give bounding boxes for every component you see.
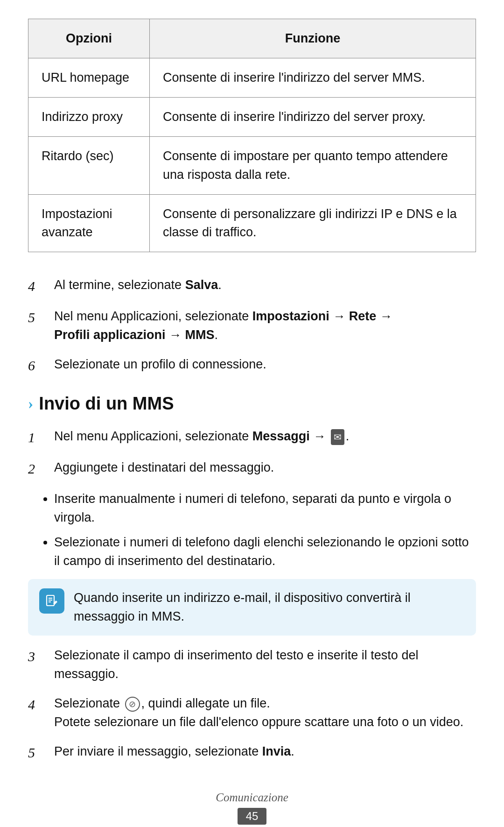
step-number-5: 5 <box>28 307 50 328</box>
step-text-mms-3: Selezionate il campo di inserimento del … <box>54 646 476 684</box>
step-mms-4: 4 Selezionate ⊘, quindi allegate un file… <box>28 694 476 732</box>
chevron-icon: › <box>28 395 33 412</box>
table-row: Indirizzo proxy Consente di inserire l'i… <box>28 98 476 137</box>
option-impostazioni: Impostazioni avanzate <box>28 194 150 252</box>
step-number-4: 4 <box>28 276 50 297</box>
table-header-opzioni: Opzioni <box>28 19 150 58</box>
table-header-funzione: Funzione <box>150 19 476 58</box>
function-indirizzo-proxy: Consente di inserire l'indirizzo del ser… <box>150 98 476 137</box>
table-row: URL homepage Consente di inserire l'indi… <box>28 58 476 98</box>
step-mms-5: 5 Per inviare il messaggio, selezionate … <box>28 742 476 763</box>
options-table: Opzioni Funzione URL homepage Consente d… <box>28 19 476 252</box>
option-ritardo: Ritardo (sec) <box>28 137 150 194</box>
footer: Comunicazione 45 <box>28 791 476 825</box>
step-5: 5 Nel menu Applicazioni, selezionate Imp… <box>28 307 476 345</box>
option-indirizzo-proxy: Indirizzo proxy <box>28 98 150 137</box>
note-box: Quando inserite un indirizzo e-mail, il … <box>28 579 476 636</box>
bullet-item-1: Inserite manualmente i numeri di telefon… <box>54 489 476 527</box>
step-number-6: 6 <box>28 355 50 376</box>
section-heading-mms: › Invio di un MMS <box>28 394 476 414</box>
step-text-6: Selezionate un profilo di connessione. <box>54 355 476 374</box>
note-icon <box>39 588 64 614</box>
step-text-mms-1: Nel menu Applicazioni, selezionate Messa… <box>54 427 476 446</box>
step-6: 6 Selezionate un profilo di connessione. <box>28 355 476 376</box>
step-mms-2: 2 Aggiungete i destinatari del messaggio… <box>28 458 476 479</box>
step-number-mms-3: 3 <box>28 646 50 667</box>
note-text: Quando inserite un indirizzo e-mail, il … <box>74 588 465 626</box>
step-4: 4 Al termine, selezionate Salva. <box>28 276 476 297</box>
step-number-mms-5: 5 <box>28 742 50 763</box>
step-text-mms-2: Aggiungete i destinatari del messaggio. <box>54 458 476 477</box>
step-mms-1: 1 Nel menu Applicazioni, selezionate Mes… <box>28 427 476 448</box>
option-url-homepage: URL homepage <box>28 58 150 98</box>
function-ritardo: Consente di impostare per quanto tempo a… <box>150 137 476 194</box>
function-url-homepage: Consente di inserire l'indirizzo del ser… <box>150 58 476 98</box>
function-impostazioni: Consente di personalizzare gli indirizzi… <box>150 194 476 252</box>
footer-label: Comunicazione <box>28 791 476 804</box>
step-number-mms-2: 2 <box>28 458 50 479</box>
step-text-5: Nel menu Applicazioni, selezionate Impos… <box>54 307 476 345</box>
bullet-list: Inserite manualmente i numeri di telefon… <box>54 489 476 571</box>
steps-mms: 1 Nel menu Applicazioni, selezionate Mes… <box>28 427 476 479</box>
bullet-item-2: Selezionate i numeri di telefono dagli e… <box>54 533 476 571</box>
attach-icon: ⊘ <box>125 697 140 712</box>
table-row: Ritardo (sec) Consente di impostare per … <box>28 137 476 194</box>
step-text-mms-4: Selezionate ⊘, quindi allegate un file. … <box>54 694 476 732</box>
step-mms-3: 3 Selezionate il campo di inserimento de… <box>28 646 476 684</box>
table-row: Impostazioni avanzate Consente di person… <box>28 194 476 252</box>
messages-icon: ✉ <box>331 429 344 445</box>
section-title: Invio di un MMS <box>39 394 174 414</box>
step-number-mms-1: 1 <box>28 427 50 448</box>
step-text-mms-5: Per inviare il messaggio, selezionate In… <box>54 742 476 761</box>
step-text-4: Al termine, selezionate Salva. <box>54 276 476 295</box>
step-number-mms-4: 4 <box>28 694 50 715</box>
steps-before-heading: 4 Al termine, selezionate Salva. 5 Nel m… <box>28 276 476 376</box>
steps-mms-continued: 3 Selezionate il campo di inserimento de… <box>28 646 476 763</box>
page-number: 45 <box>238 808 267 825</box>
